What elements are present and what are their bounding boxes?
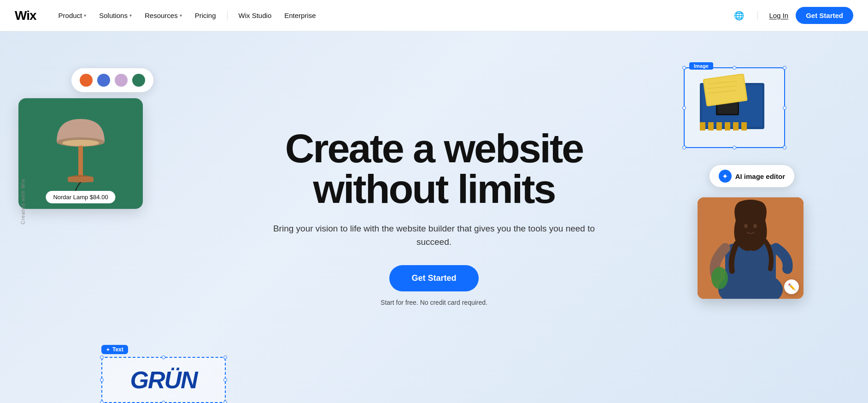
ai-image-editor-badge[interactable]: ✦ AI image editor: [710, 165, 794, 187]
svg-rect-9: [708, 122, 714, 130]
image-selector-card: Image: [684, 67, 785, 148]
svg-point-28: [711, 267, 728, 289]
globe-icon[interactable]: 🌐: [732, 8, 746, 23]
svg-rect-5: [68, 177, 94, 182]
nav-item-solutions[interactable]: Solutions ▾: [94, 8, 137, 23]
resize-handle-br[interactable]: [783, 146, 786, 149]
chevron-down-icon: ▾: [84, 13, 86, 18]
svg-rect-10: [716, 122, 722, 130]
swatch-green[interactable]: [132, 74, 145, 87]
hero-get-started-button[interactable]: Get Started: [389, 265, 478, 291]
resize-handle-tl[interactable]: [100, 356, 104, 359]
resize-handle-ml[interactable]: [100, 378, 104, 382]
resize-handle-ml[interactable]: [682, 106, 686, 110]
ai-label-text: AI image editor: [735, 172, 785, 180]
image-selector-label: Image: [689, 62, 713, 70]
text-ui-element: ✦ Text GRÜN: [101, 345, 226, 403]
nav-right: 🌐 Log In Get Started: [732, 7, 853, 24]
login-link[interactable]: Log In: [769, 12, 788, 19]
hero-subtext: Bring your vision to life with the websi…: [273, 222, 595, 249]
nav-item-product[interactable]: Product ▾: [53, 8, 92, 23]
pencil-edit-icon[interactable]: ✏️: [784, 279, 799, 294]
swatch-orange[interactable]: [80, 74, 93, 87]
lamp-price-label: Nordar Lamp $84.00: [46, 191, 115, 203]
svg-rect-8: [700, 122, 705, 130]
lamp-image-area: Nordar Lamp $84.00: [18, 98, 143, 209]
created-with-wix-label: Created with Wix: [20, 178, 26, 224]
color-swatches-card: [71, 68, 153, 92]
nav-item-resources[interactable]: Resources ▾: [139, 8, 188, 23]
nav-divider: [227, 11, 228, 20]
resize-handle-bl[interactable]: [100, 401, 104, 403]
ai-star-icon: ✦: [719, 170, 732, 183]
hero-section: Created with Wix: [0, 31, 868, 403]
nav-item-wix-studio[interactable]: Wix Studio: [233, 8, 277, 23]
nav-get-started-button[interactable]: Get Started: [796, 7, 853, 24]
svg-rect-12: [733, 122, 739, 130]
swatch-purple[interactable]: [115, 74, 128, 87]
resize-handle-mr[interactable]: [783, 106, 786, 110]
resize-handle-mr[interactable]: [223, 378, 227, 382]
circuit-image: [685, 68, 784, 147]
resize-handle-bm[interactable]: [733, 146, 736, 149]
resize-handle-bl[interactable]: [682, 146, 686, 149]
nav-item-enterprise[interactable]: Enterprise: [279, 8, 321, 23]
resize-handle-tm[interactable]: [162, 356, 165, 359]
resize-handle-tl[interactable]: [682, 66, 686, 70]
hero-center-content: Create a website without limits Bring yo…: [273, 128, 595, 306]
resize-handle-tm[interactable]: [733, 66, 736, 70]
woman-photo-card: ✏️: [698, 197, 803, 299]
lamp-product-card: Nordar Lamp $84.00: [18, 98, 143, 209]
nav-item-pricing[interactable]: Pricing: [189, 8, 222, 23]
resize-handle-br[interactable]: [223, 401, 227, 403]
navigation: Wix Product ▾ Solutions ▾ Resources ▾ Pr…: [0, 0, 868, 31]
swatch-blue[interactable]: [97, 74, 110, 87]
wix-logo[interactable]: Wix: [15, 8, 36, 23]
lamp-illustration: [53, 105, 108, 202]
hero-free-note: Start for free. No credit card required.: [273, 299, 595, 306]
hero-headline: Create a website without limits: [273, 128, 595, 209]
svg-rect-13: [741, 122, 747, 130]
svg-rect-11: [725, 122, 730, 130]
chevron-down-icon: ▾: [129, 13, 132, 18]
svg-point-2: [62, 140, 99, 146]
resize-handle-tr[interactable]: [223, 356, 227, 359]
svg-point-32: [753, 224, 757, 228]
woman-image-area: ✏️: [698, 197, 803, 299]
text-badge: ✦ Text: [101, 345, 128, 354]
svg-rect-3: [78, 146, 83, 178]
gruen-text-content: GRÜN: [130, 366, 197, 394]
svg-point-31: [744, 224, 748, 228]
gruen-text-box: GRÜN: [101, 357, 226, 403]
resize-handle-bm[interactable]: [162, 401, 165, 403]
circuit-svg: [691, 74, 778, 142]
star-icon: ✦: [106, 347, 110, 352]
chevron-down-icon: ▾: [180, 13, 182, 18]
resize-handle-tr[interactable]: [783, 66, 786, 70]
nav-divider-2: [757, 11, 758, 20]
nav-links: Product ▾ Solutions ▾ Resources ▾ Pricin…: [53, 8, 732, 23]
